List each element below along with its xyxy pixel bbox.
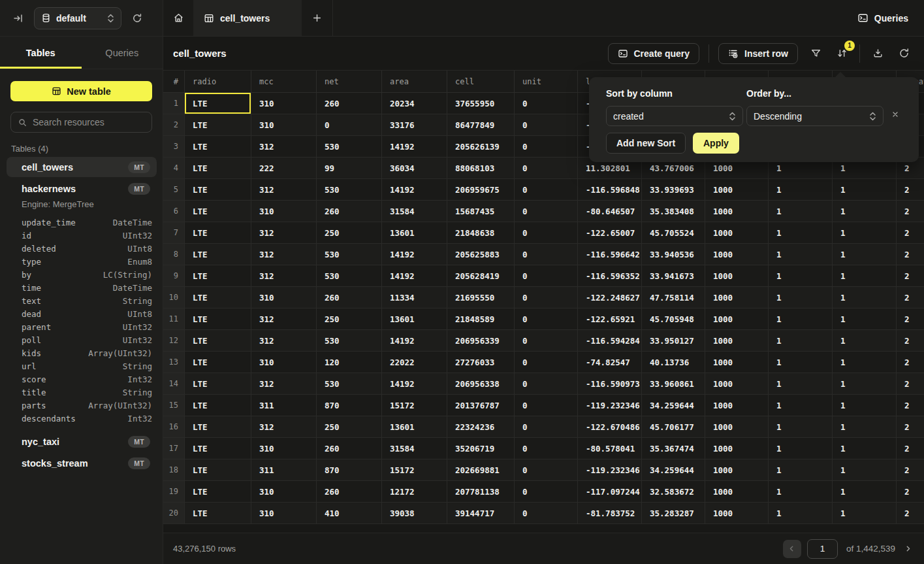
download-icon[interactable]: [869, 45, 886, 62]
table-cell[interactable]: 0: [317, 114, 382, 136]
table-cell[interactable]: LTE: [185, 136, 251, 158]
table-cell[interactable]: 0: [515, 201, 578, 222]
table-cell[interactable]: LTE: [185, 222, 251, 244]
table-cell[interactable]: 870: [317, 459, 382, 481]
table-cell[interactable]: 40.13736: [642, 352, 705, 373]
table-cell[interactable]: -116.596352: [578, 265, 642, 287]
table-cell[interactable]: -116.594284: [578, 330, 642, 352]
table-cell[interactable]: 0: [515, 330, 578, 352]
table-cell[interactable]: 33.950127: [642, 330, 705, 352]
table-cell[interactable]: 11334: [382, 287, 447, 308]
table-cell[interactable]: 1: [769, 330, 833, 352]
table-cell[interactable]: 1: [833, 352, 897, 373]
table-cell[interactable]: 1: [833, 287, 897, 308]
table-cell[interactable]: 0: [515, 459, 578, 481]
table-cell[interactable]: -80.646507: [578, 201, 642, 222]
page-number-input[interactable]: [807, 539, 838, 559]
table-cell[interactable]: 45.705948: [642, 308, 705, 330]
table-cell[interactable]: 410: [317, 503, 382, 524]
table-cell[interactable]: 2: [897, 330, 924, 352]
sort-order-select[interactable]: Descending: [746, 106, 884, 126]
table-cell[interactable]: 312: [251, 265, 317, 287]
table-cell[interactable]: 1: [769, 503, 833, 524]
table-cell[interactable]: 13601: [382, 416, 447, 438]
table-cell[interactable]: 0: [515, 287, 578, 308]
table-cell[interactable]: 45.705524: [642, 222, 705, 244]
table-cell[interactable]: 207781138: [447, 481, 515, 503]
table-cell[interactable]: 2: [897, 503, 924, 524]
table-cell[interactable]: 2: [897, 222, 924, 244]
table-cell[interactable]: 1: [769, 308, 833, 330]
table-cell[interactable]: 21695550: [447, 287, 515, 308]
table-cell[interactable]: 15687435: [447, 201, 515, 222]
sidebar-item-hackernews[interactable]: hackernews MT: [7, 178, 157, 199]
table-cell[interactable]: LTE: [185, 114, 251, 136]
table-cell[interactable]: 1: [769, 222, 833, 244]
table-cell[interactable]: LTE: [185, 308, 251, 330]
table-cell[interactable]: 0: [515, 395, 578, 416]
table-cell[interactable]: 206956339: [447, 330, 515, 352]
table-cell[interactable]: 310: [251, 481, 317, 503]
table-cell[interactable]: 1000: [705, 287, 769, 308]
table-cell[interactable]: 2: [897, 287, 924, 308]
table-cell[interactable]: 206956338: [447, 373, 515, 395]
table-cell[interactable]: 312: [251, 222, 317, 244]
table-cell[interactable]: 1000: [705, 373, 769, 395]
table-cell[interactable]: 530: [317, 179, 382, 201]
insert-row-button[interactable]: Insert row: [718, 43, 798, 64]
sidebar-item-stocks-stream[interactable]: stocks_stream MT: [7, 453, 157, 473]
table-cell[interactable]: 1000: [705, 222, 769, 244]
table-cell[interactable]: 2: [897, 395, 924, 416]
search-input[interactable]: [33, 117, 137, 127]
sort-column-select[interactable]: created: [606, 106, 743, 126]
table-cell[interactable]: 0: [515, 158, 578, 179]
table-cell[interactable]: 260: [317, 438, 382, 459]
table-cell[interactable]: 0: [515, 222, 578, 244]
table-cell[interactable]: 2: [897, 201, 924, 222]
table-cell[interactable]: LTE: [185, 459, 251, 481]
table-cell[interactable]: 1: [833, 416, 897, 438]
table-cell[interactable]: LTE: [185, 481, 251, 503]
table-cell[interactable]: 15172: [382, 395, 447, 416]
table-cell[interactable]: LTE: [185, 438, 251, 459]
add-new-sort-button[interactable]: Add new Sort: [606, 133, 686, 154]
table-cell[interactable]: LTE: [185, 330, 251, 352]
sidebar-item-nyc-taxi[interactable]: nyc_taxi MT: [7, 431, 157, 452]
table-cell[interactable]: LTE: [185, 395, 251, 416]
table-cell[interactable]: 222: [251, 158, 317, 179]
table-cell[interactable]: -116.590973: [578, 373, 642, 395]
table-cell[interactable]: 1000: [705, 179, 769, 201]
table-cell[interactable]: 1000: [705, 352, 769, 373]
table-cell[interactable]: 35.383408: [642, 201, 705, 222]
table-cell[interactable]: 12172: [382, 481, 447, 503]
table-cell[interactable]: 13601: [382, 222, 447, 244]
table-cell[interactable]: 2: [897, 244, 924, 265]
tab-cell-towers[interactable]: cell_towers: [193, 0, 302, 36]
table-cell[interactable]: 27276033: [447, 352, 515, 373]
sidebar-tab-queries[interactable]: Queries: [82, 37, 163, 69]
table-cell[interactable]: 310: [251, 352, 317, 373]
table-cell[interactable]: 205625883: [447, 244, 515, 265]
table-cell[interactable]: 312: [251, 373, 317, 395]
table-cell[interactable]: 2: [897, 352, 924, 373]
table-cell[interactable]: 311: [251, 459, 317, 481]
table-cell[interactable]: -116.596642: [578, 244, 642, 265]
table-cell[interactable]: 1: [769, 179, 833, 201]
table-cell[interactable]: 1000: [705, 416, 769, 438]
table-cell[interactable]: 206959675: [447, 179, 515, 201]
sidebar-tab-tables[interactable]: Tables: [0, 37, 82, 69]
table-cell[interactable]: 0: [515, 179, 578, 201]
table-cell[interactable]: 1: [833, 503, 897, 524]
table-cell[interactable]: -122.65921: [578, 308, 642, 330]
table-cell[interactable]: 530: [317, 330, 382, 352]
table-cell[interactable]: 14192: [382, 244, 447, 265]
table-cell[interactable]: 250: [317, 222, 382, 244]
table-cell[interactable]: LTE: [185, 416, 251, 438]
table-cell[interactable]: 0: [515, 416, 578, 438]
table-cell[interactable]: 260: [317, 201, 382, 222]
table-cell[interactable]: 36034: [382, 158, 447, 179]
table-cell[interactable]: 312: [251, 179, 317, 201]
table-cell[interactable]: LTE: [185, 352, 251, 373]
table-cell[interactable]: 310: [251, 93, 317, 114]
table-cell[interactable]: 205628419: [447, 265, 515, 287]
